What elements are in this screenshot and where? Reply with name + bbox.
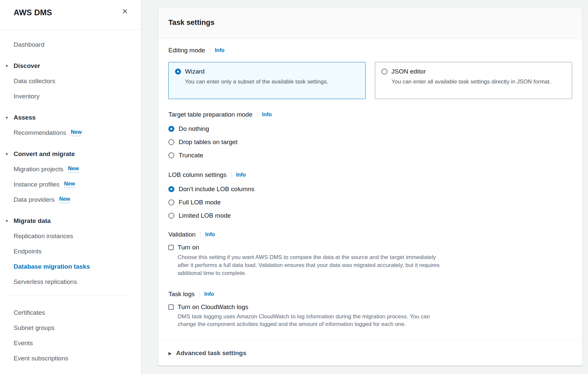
app-title: AWS DMS: [14, 8, 52, 17]
checkbox-icon[interactable]: [168, 245, 174, 250]
validation-label: Validation: [168, 231, 196, 238]
cloudwatch-logs-checkbox-row[interactable]: Turn on CloudWatch logs: [168, 303, 572, 311]
radio-option-do-nothing[interactable]: Do nothing: [168, 122, 572, 135]
radio-icon[interactable]: [168, 199, 174, 205]
new-badge[interactable]: New: [59, 196, 70, 203]
sidebar-item-serverless-replications[interactable]: Serverless replications: [0, 274, 141, 290]
page-title: Task settings: [168, 18, 572, 27]
radio-option-limited-lob-mode[interactable]: Limited LOB mode: [168, 209, 572, 222]
sidebar-item-migration-projects[interactable]: Migration projects New: [0, 162, 141, 177]
section-header-label: Convert and migrate: [14, 150, 75, 158]
tile-wizard[interactable]: Wizard You can enter only a subset of th…: [168, 62, 366, 99]
sidebar-item-replication-instances[interactable]: Replication instances: [0, 229, 141, 244]
task-logs-description: DMS task logging uses Amazon CloudWatch …: [178, 313, 572, 328]
sidebar-item-label: Recommendations: [14, 129, 66, 136]
radio-option-truncate[interactable]: Truncate: [168, 149, 572, 162]
target-table-prep-info-link[interactable]: Info: [262, 112, 272, 118]
triangle-down-icon: ▼: [5, 116, 14, 120]
sidebar-item-instance-profiles[interactable]: Instance profiles New: [0, 177, 141, 192]
label-divider: [200, 231, 201, 238]
label-divider: [210, 47, 210, 54]
checkbox-icon[interactable]: [168, 304, 174, 310]
sidebar-section-header-assess[interactable]: ▼ Assess: [0, 110, 141, 125]
section-header-label: Migrate data: [14, 217, 51, 225]
radio-icon[interactable]: [168, 139, 174, 145]
lob-settings-section: LOB column settings Info Don't include L…: [168, 171, 572, 222]
sidebar-item-label: Certificates: [14, 309, 45, 316]
radio-selected-icon[interactable]: [175, 69, 181, 75]
tile-json-editor-description: You can enter all available task setting…: [391, 78, 551, 86]
sidebar-item-dashboard[interactable]: Dashboard: [0, 37, 141, 52]
validation-info-link[interactable]: Info: [205, 232, 215, 238]
triangle-down-icon: ▼: [5, 152, 14, 156]
tile-json-editor[interactable]: JSON editor You can enter all available …: [375, 62, 572, 99]
card-body: Editing mode Info Wizard You can enter o…: [158, 39, 582, 341]
new-badge[interactable]: New: [68, 166, 79, 173]
lob-settings-label: LOB column settings: [168, 171, 226, 179]
radio-icon[interactable]: [168, 213, 174, 219]
sidebar-item-label: Serverless replications: [14, 278, 77, 286]
card-header: Task settings: [158, 8, 582, 39]
lob-settings-label-row: LOB column settings Info: [168, 171, 572, 179]
lob-settings-options: Don't include LOB columns Full LOB mode …: [168, 183, 572, 222]
radio-icon[interactable]: [168, 152, 174, 158]
sidebar-item-label: Events: [14, 340, 33, 347]
lob-settings-info-link[interactable]: Info: [236, 172, 246, 178]
target-table-prep-label-row: Target table preparation mode Info: [168, 111, 572, 118]
triangle-right-icon: ▶: [168, 351, 172, 356]
sidebar-item-certificates[interactable]: Certificates: [0, 305, 141, 320]
sidebar-item-subnet-groups[interactable]: Subnet groups: [0, 320, 141, 336]
sidebar-section-migrate-data: ▼ Migrate data Replication instances End…: [0, 213, 141, 290]
editing-mode-label: Editing mode: [168, 47, 205, 54]
sidebar-item-event-subscriptions[interactable]: Event subscriptions: [0, 351, 141, 366]
validation-turn-on-checkbox-row[interactable]: Turn on: [168, 243, 572, 251]
advanced-task-settings-expander[interactable]: ▶ Advanced task settings: [158, 341, 582, 365]
sidebar-section-header-discover[interactable]: ▼ Discover: [0, 58, 141, 74]
radio-option-drop-tables-on-target[interactable]: Drop tables on target: [168, 135, 572, 149]
validation-label-row: Validation Info: [168, 231, 572, 238]
triangle-down-icon: ▼: [5, 64, 14, 68]
radio-selected-icon[interactable]: [168, 186, 174, 192]
radio-option-full-lob-mode[interactable]: Full LOB mode: [168, 196, 572, 209]
sidebar-item-label: Instance profiles: [14, 181, 59, 188]
new-badge[interactable]: New: [64, 181, 75, 188]
sidebar-item-label: Database migration tasks: [14, 263, 90, 270]
sidebar-item-label: Data collectors: [14, 78, 55, 85]
sidebar-item-inventory[interactable]: Inventory: [0, 89, 141, 104]
sidebar-section-header-convert-and-migrate[interactable]: ▼ Convert and migrate: [0, 146, 141, 162]
radio-selected-icon[interactable]: [168, 126, 174, 132]
sidebar-section-header-migrate-data[interactable]: ▼ Migrate data: [0, 213, 141, 229]
radio-option-dont-include-lob[interactable]: Don't include LOB columns: [168, 183, 572, 196]
sidebar-item-data-collectors[interactable]: Data collectors: [0, 74, 141, 89]
label-divider: [199, 291, 200, 297]
tile-wizard-description: You can enter only a subset of the avail…: [185, 78, 328, 86]
sidebar-item-events[interactable]: Events: [0, 336, 141, 351]
sidebar-item-data-providers[interactable]: Data providers New: [0, 192, 141, 207]
validation-section: Validation Info Turn on Choose this sett…: [168, 231, 572, 277]
sidebar-item-label: Data providers: [14, 196, 55, 203]
label-divider: [231, 172, 231, 178]
sidebar-item-label: Endpoints: [14, 248, 42, 255]
sidebar-section-convert-and-migrate: ▼ Convert and migrate Migration projects…: [0, 146, 141, 207]
editing-mode-info-link[interactable]: Info: [215, 47, 224, 53]
sidebar-item-label: Migration projects: [14, 166, 63, 173]
sidebar-section-discover: ▼ Discover Data collectors Inventory: [0, 58, 141, 104]
close-icon[interactable]: ✕: [121, 7, 129, 16]
new-badge[interactable]: New: [71, 130, 82, 136]
target-table-prep-label: Target table preparation mode: [168, 111, 253, 118]
radio-icon[interactable]: [382, 69, 387, 75]
section-header-label: Assess: [14, 114, 36, 121]
sidebar-item-label: Dashboard: [14, 41, 44, 48]
editing-mode-label-row: Editing mode Info: [168, 47, 572, 54]
sidebar-item-recommendations[interactable]: Recommendations New: [0, 125, 141, 140]
sidebar-item-label: Inventory: [14, 93, 39, 100]
triangle-down-icon: ▼: [5, 219, 14, 223]
task-logs-info-link[interactable]: Info: [204, 291, 214, 297]
sidebar-item-endpoints[interactable]: Endpoints: [0, 244, 141, 259]
target-table-prep-section: Target table preparation mode Info Do no…: [168, 111, 572, 162]
editing-mode-tiles: Wizard You can enter only a subset of th…: [168, 62, 572, 99]
sidebar-item-database-migration-tasks[interactable]: Database migration tasks: [0, 259, 141, 274]
sidebar-item-label: Event subscriptions: [14, 355, 68, 362]
sidebar: AWS DMS ✕ Dashboard ▼ Discover Data coll…: [0, 0, 142, 374]
sidebar-section-assess: ▼ Assess Recommendations New: [0, 110, 141, 140]
